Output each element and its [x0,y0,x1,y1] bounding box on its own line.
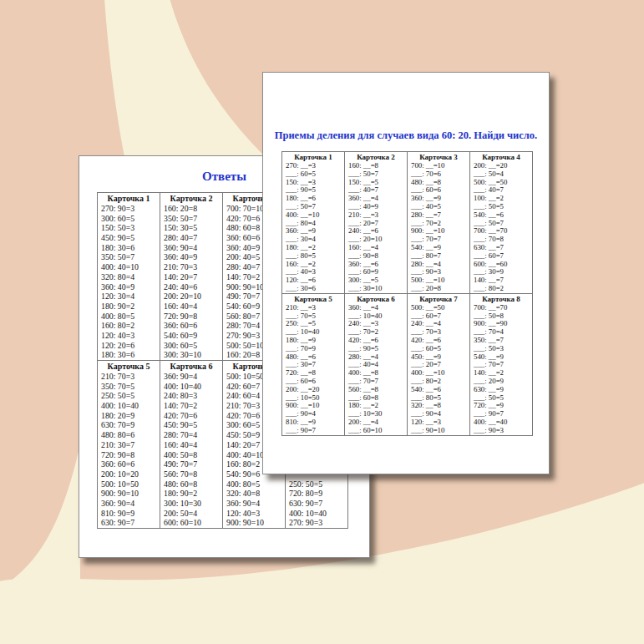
exercise-row: ___: 30=4 [282,236,344,244]
answer-row: 400: 10=40 [160,382,222,392]
card-column: Карточка 2160: __=8___: 50=7150: __=5___… [344,152,407,293]
answer-row: 160: 40=4 [160,440,222,450]
exercise-row: ___: 20=9 [470,378,532,386]
answer-row: 160: 80=2 [98,321,160,331]
answer-row: 160: 40=4 [160,302,222,312]
answer-row: 250: 50=5 [98,391,160,401]
exercise-row: ___: 90=3 [408,268,469,276]
exercise-row: 450: __=9 [408,353,469,362]
answer-row: 120: 30=4 [98,292,160,302]
exercise-row: 700: __=10 [408,162,469,170]
exercise-row: 200: __=20 [282,386,344,394]
answer-row: 120: 40=3 [223,509,285,519]
exercise-row: 720: __=8 [282,369,344,378]
exercise-row: ___: 90=4 [408,410,469,418]
exercise-row: 500: __=50 [408,304,469,312]
card-column: Карточка 7500: __=50___: 60=7240: __=4__… [407,294,469,435]
answer-row: 400: 40=10 [98,262,160,272]
answer-row: 350: 50=7 [160,214,222,224]
exercise-row: ___: 70=6 [408,170,469,179]
exercise-row: 280: __=4 [408,261,469,269]
answer-row: 400: 80=5 [223,479,285,489]
exercise-row: ___: 70=9 [282,345,344,353]
exercise-row: 480: __=8 [408,179,469,187]
answer-row: 480: 80=6 [98,430,160,440]
exercise-row: ___: 70=2 [408,220,469,228]
exercise-row: 160: __=4 [345,244,407,252]
exercise-row: ___: 50=7 [470,220,532,228]
exercise-row: ___: 20=7 [408,361,469,369]
answer-row: 180: 20=9 [98,411,160,421]
answer-row: 350: 50=7 [98,252,160,262]
card-header: Карточка 4 [470,152,532,162]
exercise-row: ___: 50=7 [345,170,407,179]
exercise-row: 560: __=8 [345,386,407,394]
exercise-row: 140: __=2 [470,369,532,378]
exercise-row: 810: __=9 [282,418,344,427]
exercise-row: 420: __=6 [345,337,407,345]
answer-row: 300: 60=5 [98,214,160,224]
exercise-row: ___: 50=3 [470,345,532,353]
exercise-row: ___: 10=40 [282,328,344,337]
card-header: Карточка 6 [160,361,222,372]
exercise-row: 630: __=9 [470,386,532,394]
answer-row: 180: 90=2 [160,489,222,499]
exercise-row: 700: __=70 [470,227,532,236]
card-column: Карточка 4200: __=20___: 50=4500: __=50_… [469,152,532,293]
card-header: Карточка 2 [345,152,407,162]
exercise-row: 420: __=6 [408,337,469,345]
answer-row: 150: 50=3 [98,223,160,233]
exercise-row: 100: __=2 [470,195,532,203]
exercise-row: ___: 50=4 [470,170,532,179]
answer-row: 300: 60=5 [160,341,222,351]
answer-row: 360: 40=9 [160,252,222,262]
answer-row: 720: 90=8 [160,312,222,322]
answer-row: 140: 20=7 [160,272,222,282]
card-column: Карточка 6360: __=4___: 10=40240: __=3__… [344,294,407,435]
exercise-row: ___: 20=7 [345,220,407,228]
exercise-row: 500: __=50 [470,179,532,187]
card-column: Карточка 8700: __=70___: 50=8900: __=90_… [469,294,532,435]
answer-row: 900: 90=10 [98,489,160,499]
answer-row: 150: 30=5 [160,223,222,233]
exercise-row: ___: 70=2 [345,328,407,337]
exercise-row: 240: __=3 [345,320,407,328]
card-column: Карточка 5210: 70=3350: 70=5250: 50=5400… [98,361,160,528]
answer-row: 200: 20=10 [160,292,222,302]
answer-row: 630: 90=7 [98,518,160,528]
exercise-row: 180: __=9 [282,337,344,345]
worksheet-page-title: Приемы деления для случаев вида 60: 20. … [263,129,549,142]
answer-row: 280: 40=7 [160,233,222,243]
answer-row: 420: 70=6 [160,411,222,421]
answer-row: 810: 90=9 [98,509,160,519]
exercise-row: ___: 90=5 [282,186,344,195]
exercise-row: ___: 40=3 [282,268,344,276]
card-header: Карточка 5 [282,294,344,304]
worksheet-page: Приемы деления для случаев вида 60: 20. … [262,72,550,474]
exercise-row: 360: __=6 [345,261,407,269]
answer-row: 210: 30=7 [98,440,160,450]
answer-row: 400: 10=40 [98,401,160,411]
exercise-row: 160: __=2 [282,261,344,269]
exercise-row: 480: __=6 [282,353,344,362]
exercise-row: ___: 90=4 [282,410,344,418]
card-column: Карточка 3700: __=10___: 70=6480: __=8__… [407,152,469,293]
card-column: Карточка 5210: __=3___: 70=5250: __=5___… [282,294,344,435]
answer-row: 540: 60=9 [160,331,222,341]
card-header: Карточка 1 [98,193,160,204]
exercise-row: ___: 30=6 [282,285,344,293]
answer-row: 900: 90=10 [223,518,285,528]
exercise-row: ___: 10=50 [282,394,344,403]
exercise-row: 240: __=4 [408,320,469,328]
exercise-row: 160: __=8 [345,162,407,170]
exercise-row: ___: 10=30 [345,410,407,418]
card-column: Карточка 6360: 90=4400: 10=40240: 80=314… [160,361,222,528]
answer-row: 120: 20=6 [98,341,160,351]
exercise-row: 630: __=7 [470,244,532,252]
exercise-row: 400: __=10 [282,211,344,220]
answer-row: 360: 90=4 [98,499,160,509]
exercise-row: 200: __=4 [345,418,407,427]
exercise-row: 540: __=9 [470,353,532,362]
answer-row: 360: 40=9 [98,282,160,292]
exercise-row: 120: __=6 [282,276,344,285]
